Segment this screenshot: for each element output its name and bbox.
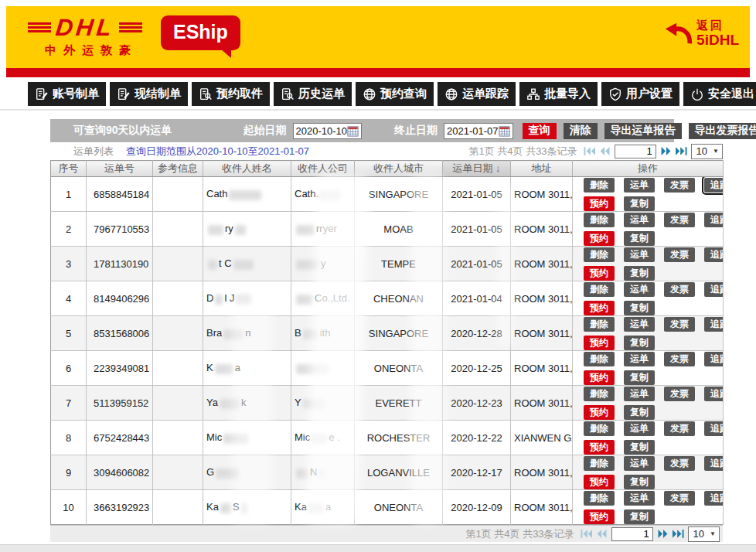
next-page-icon[interactable] bbox=[657, 530, 669, 538]
column-header-运单日期[interactable]: 运单日期 ↓ bbox=[443, 161, 511, 177]
action-button-运单[interactable]: 运单 bbox=[624, 317, 655, 332]
action-button-发票[interactable]: 发票 bbox=[664, 456, 695, 471]
action-button-复制[interactable]: 复制 bbox=[624, 196, 655, 211]
action-button-运单[interactable]: 运单 bbox=[624, 178, 655, 193]
clear-button[interactable]: 清除 bbox=[564, 123, 598, 139]
action-button-运单[interactable]: 运单 bbox=[624, 282, 655, 297]
action-button-预约[interactable]: 预约 bbox=[584, 336, 615, 350]
first-page-icon[interactable] bbox=[581, 530, 592, 538]
nav-button-安全退出[interactable]: 安全退出 bbox=[683, 82, 756, 106]
action-button-发票[interactable]: 发票 bbox=[664, 178, 695, 193]
nav-button-账号制单[interactable]: 账号制单 bbox=[28, 82, 106, 106]
action-button-预约[interactable]: 预约 bbox=[584, 475, 615, 489]
nav-button-现结制单[interactable]: 现结制单 bbox=[110, 82, 188, 106]
action-button-复制[interactable]: 复制 bbox=[624, 231, 655, 246]
cell-recipient-name: Ka bbox=[203, 351, 291, 386]
action-button-运单[interactable]: 运单 bbox=[624, 387, 655, 401]
column-header-收件人姓名[interactable]: 收件人姓名 bbox=[203, 161, 291, 177]
action-button-删除[interactable]: 删除 bbox=[584, 456, 615, 471]
action-button-预约[interactable]: 预约 bbox=[584, 196, 615, 211]
action-button-发票[interactable]: 发票 bbox=[664, 421, 695, 436]
action-button-预约[interactable]: 预约 bbox=[584, 370, 615, 385]
action-button-运单[interactable]: 运单 bbox=[624, 456, 655, 471]
page-number-input[interactable] bbox=[611, 527, 653, 541]
action-button-删除[interactable]: 删除 bbox=[584, 213, 615, 227]
action-button-发票[interactable]: 发票 bbox=[664, 387, 695, 401]
action-button-追踪[interactable]: 追踪 bbox=[704, 491, 724, 506]
action-button-复制[interactable]: 复制 bbox=[624, 509, 655, 524]
first-page-icon[interactable] bbox=[584, 147, 595, 155]
action-button-发票[interactable]: 发票 bbox=[664, 317, 695, 332]
action-button-预约[interactable]: 预约 bbox=[584, 231, 615, 246]
column-header-参考信息[interactable]: 参考信息 bbox=[153, 161, 203, 177]
action-button-删除[interactable]: 删除 bbox=[584, 317, 615, 332]
column-header-收件人城市[interactable]: 收件人城市 bbox=[355, 161, 443, 177]
action-button-复制[interactable]: 复制 bbox=[624, 336, 655, 350]
action-button-复制[interactable]: 复制 bbox=[624, 440, 655, 455]
action-button-删除[interactable]: 删除 bbox=[584, 421, 615, 436]
prev-page-icon[interactable] bbox=[596, 530, 608, 538]
action-button-追踪[interactable]: 追踪 bbox=[704, 317, 724, 332]
calendar-icon[interactable] bbox=[499, 125, 510, 137]
column-header-操作[interactable]: 操作 bbox=[573, 161, 724, 177]
nav-button-预约查询[interactable]: 预约查询 bbox=[356, 82, 434, 106]
action-button-复制[interactable]: 复制 bbox=[624, 370, 655, 385]
action-button-删除[interactable]: 删除 bbox=[584, 247, 615, 262]
prev-page-icon[interactable] bbox=[599, 147, 611, 155]
action-button-运单[interactable]: 运单 bbox=[624, 421, 655, 436]
action-button-运单[interactable]: 运单 bbox=[624, 247, 655, 262]
nav-button-预约取件[interactable]: 预约取件 bbox=[192, 82, 270, 106]
action-button-复制[interactable]: 复制 bbox=[624, 405, 655, 420]
action-button-运单[interactable]: 运单 bbox=[624, 491, 655, 506]
export-waybill-report-button[interactable]: 导出运单报告 bbox=[604, 123, 682, 139]
last-page-icon[interactable] bbox=[676, 147, 687, 155]
action-button-发票[interactable]: 发票 bbox=[664, 352, 695, 366]
column-header-序号[interactable]: 序号 bbox=[51, 161, 87, 177]
export-invoice-report-button[interactable]: 导出发票报告 bbox=[689, 123, 756, 139]
page-number-input[interactable] bbox=[615, 145, 656, 158]
column-header-收件人公司[interactable]: 收件人公司 bbox=[291, 161, 355, 177]
action-button-运单[interactable]: 运单 bbox=[624, 213, 655, 227]
action-button-追踪[interactable]: 追踪 bbox=[704, 282, 724, 297]
action-button-发票[interactable]: 发票 bbox=[664, 213, 695, 227]
action-button-预约[interactable]: 预约 bbox=[584, 266, 615, 281]
next-page-icon[interactable] bbox=[660, 147, 672, 155]
action-button-追踪[interactable]: 追踪 bbox=[704, 421, 724, 436]
column-header-地址[interactable]: 地址 bbox=[511, 161, 573, 177]
action-button-删除[interactable]: 删除 bbox=[584, 387, 615, 401]
action-button-预约[interactable]: 预约 bbox=[584, 440, 615, 455]
action-button-追踪[interactable]: 追踪 bbox=[704, 387, 724, 401]
page-size-select[interactable]: 10▼ bbox=[688, 526, 720, 542]
action-button-删除[interactable]: 删除 bbox=[584, 491, 615, 506]
action-button-预约[interactable]: 预约 bbox=[584, 301, 615, 315]
action-button-追踪[interactable]: 追踪 bbox=[704, 178, 724, 193]
action-button-删除[interactable]: 删除 bbox=[584, 352, 615, 366]
nav-button-历史运单[interactable]: 历史运单 bbox=[274, 82, 352, 106]
action-button-追踪[interactable]: 追踪 bbox=[704, 456, 724, 471]
action-button-复制[interactable]: 复制 bbox=[624, 301, 655, 315]
page-size-select[interactable]: 10▼ bbox=[691, 144, 723, 159]
back-to-5idhl-link[interactable]: 返回 5iDHL bbox=[664, 19, 739, 49]
action-button-复制[interactable]: 复制 bbox=[624, 266, 655, 281]
action-button-预约[interactable]: 预约 bbox=[584, 509, 615, 524]
end-date-input[interactable]: 2021-01-07 bbox=[444, 123, 513, 139]
action-button-发票[interactable]: 发票 bbox=[664, 491, 695, 506]
search-button[interactable]: 查询 bbox=[523, 123, 557, 139]
nav-button-运单跟踪[interactable]: 运单跟踪 bbox=[438, 82, 516, 106]
nav-button-用户设置[interactable]: 用户设置 bbox=[601, 82, 679, 106]
action-button-追踪[interactable]: 追踪 bbox=[704, 213, 724, 227]
action-button-发票[interactable]: 发票 bbox=[664, 247, 695, 262]
action-button-运单[interactable]: 运单 bbox=[624, 352, 655, 366]
action-button-发票[interactable]: 发票 bbox=[664, 282, 695, 297]
action-button-追踪[interactable]: 追踪 bbox=[704, 352, 724, 366]
action-button-复制[interactable]: 复制 bbox=[624, 475, 655, 489]
action-button-删除[interactable]: 删除 bbox=[584, 282, 615, 297]
last-page-icon[interactable] bbox=[673, 530, 684, 538]
action-button-预约[interactable]: 预约 bbox=[584, 405, 615, 420]
nav-button-批量导入[interactable]: 批量导入 bbox=[519, 82, 598, 106]
calendar-icon[interactable] bbox=[347, 125, 359, 137]
action-button-删除[interactable]: 删除 bbox=[584, 178, 615, 193]
start-date-input[interactable]: 2020-10-10 bbox=[293, 123, 363, 139]
action-button-追踪[interactable]: 追踪 bbox=[704, 247, 724, 262]
column-header-运单号[interactable]: 运单号 bbox=[87, 161, 153, 177]
